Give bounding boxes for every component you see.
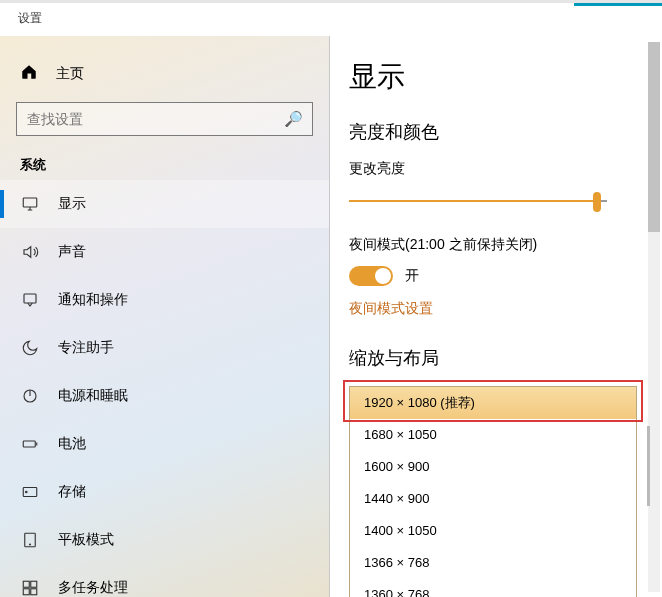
sidebar-item-battery[interactable]: 电池: [0, 420, 329, 468]
home-label: 主页: [56, 65, 84, 83]
battery-icon: [20, 434, 40, 454]
night-light-toggle[interactable]: [349, 266, 393, 286]
night-light-settings-link[interactable]: 夜间模式设置: [349, 300, 433, 318]
focus-icon: [20, 338, 40, 358]
sidebar-item-storage[interactable]: 存储: [0, 468, 329, 516]
brightness-label: 更改亮度: [349, 160, 662, 178]
section-scale-heading: 缩放与布局: [349, 346, 662, 370]
content-scrollbar[interactable]: [648, 42, 660, 592]
night-light-state-label: 开: [405, 267, 419, 285]
home-button[interactable]: 主页: [0, 54, 329, 94]
sidebar-item-label: 存储: [58, 483, 86, 501]
sidebar-item-label: 显示: [58, 195, 86, 213]
storage-icon: [20, 482, 40, 502]
sidebar-item-label: 通知和操作: [58, 291, 128, 309]
home-icon: [20, 63, 38, 85]
sidebar-item-label: 平板模式: [58, 531, 114, 549]
scrollbar-thumb[interactable]: [648, 42, 660, 232]
sidebar-item-sound[interactable]: 声音: [0, 228, 329, 276]
sidebar-item-display[interactable]: 显示: [0, 180, 329, 228]
sidebar: 主页 🔍 系统 显示声音通知和操作专注助手电源和睡眠电池存储平板模式多任务处理: [0, 36, 330, 597]
sidebar-item-label: 电源和睡眠: [58, 387, 128, 405]
resolution-option[interactable]: 1366 × 768: [350, 547, 636, 579]
window-header: 设置: [0, 6, 662, 36]
resolution-option[interactable]: 1440 × 900: [350, 483, 636, 515]
svg-rect-9: [31, 581, 37, 587]
content-pane: 显示 亮度和颜色 更改亮度 夜间模式(21:00 之前保持关闭) 开 夜间模式设…: [331, 36, 662, 597]
svg-rect-1: [24, 294, 36, 303]
sound-icon: [20, 242, 40, 262]
sidebar-item-label: 多任务处理: [58, 579, 128, 597]
svg-point-7: [30, 544, 31, 545]
resolution-dropdown[interactable]: 1920 × 1080 (推荐)1680 × 10501600 × 900144…: [349, 386, 649, 597]
resolution-option[interactable]: 1600 × 900: [350, 451, 636, 483]
window-title: 设置: [18, 10, 42, 27]
resolution-option[interactable]: 1360 × 768: [350, 579, 636, 597]
sidebar-item-label: 电池: [58, 435, 86, 453]
slider-thumb[interactable]: [593, 192, 601, 212]
display-icon: [20, 194, 40, 214]
section-brightness-heading: 亮度和颜色: [349, 120, 662, 144]
toggle-knob: [375, 268, 391, 284]
svg-rect-11: [31, 589, 37, 595]
window-top-border: [0, 0, 662, 3]
notifications-icon: [20, 290, 40, 310]
night-light-label: 夜间模式(21:00 之前保持关闭): [349, 236, 662, 254]
resolution-option[interactable]: 1680 × 1050: [350, 419, 636, 451]
sidebar-item-label: 声音: [58, 243, 86, 261]
sidebar-item-power[interactable]: 电源和睡眠: [0, 372, 329, 420]
svg-rect-3: [23, 441, 35, 447]
svg-rect-8: [23, 581, 29, 587]
multitask-icon: [20, 578, 40, 597]
dropdown-scrollbar-thumb[interactable]: [647, 426, 650, 506]
svg-rect-10: [23, 589, 29, 595]
search-input[interactable]: [16, 102, 313, 136]
sidebar-item-focus[interactable]: 专注助手: [0, 324, 329, 372]
sidebar-item-notifications[interactable]: 通知和操作: [0, 276, 329, 324]
sidebar-item-label: 专注助手: [58, 339, 114, 357]
resolution-option[interactable]: 1400 × 1050: [350, 515, 636, 547]
sidebar-category-label: 系统: [20, 156, 329, 174]
sidebar-item-multitask[interactable]: 多任务处理: [0, 564, 329, 597]
slider-track-filled: [349, 200, 597, 202]
svg-point-5: [26, 491, 28, 493]
svg-rect-0: [23, 198, 37, 207]
resolution-option[interactable]: 1920 × 1080 (推荐): [350, 387, 636, 419]
page-title: 显示: [349, 58, 662, 96]
brightness-slider[interactable]: [349, 190, 607, 214]
sidebar-item-tablet[interactable]: 平板模式: [0, 516, 329, 564]
tablet-icon: [20, 530, 40, 550]
power-icon: [20, 386, 40, 406]
